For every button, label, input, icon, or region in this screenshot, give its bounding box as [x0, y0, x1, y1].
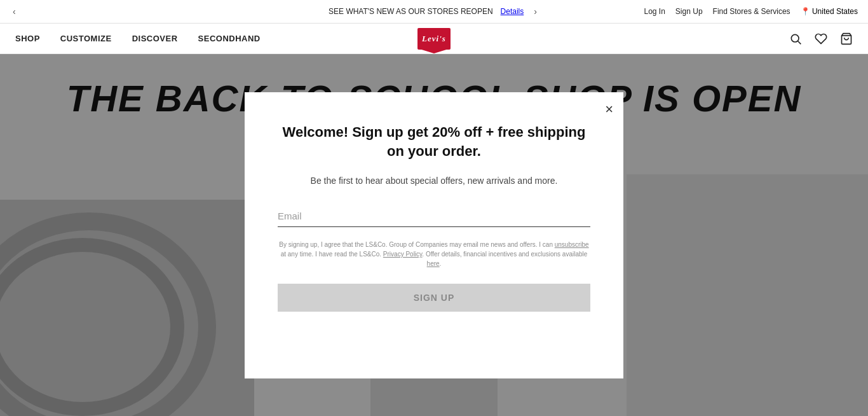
location-icon: 📍 — [801, 7, 810, 16]
country-label: United States — [812, 7, 858, 16]
signup-link[interactable]: Sign Up — [675, 7, 703, 16]
cart-button[interactable] — [840, 32, 853, 45]
modal-legal-text: By signing up, I agree that the LS&Co. G… — [278, 240, 590, 268]
legal-text-4: . — [440, 260, 442, 267]
nav-shop[interactable]: SHOP — [15, 34, 40, 43]
login-link[interactable]: Log In — [644, 7, 665, 16]
nav-discover[interactable]: DISCOVER — [132, 34, 178, 43]
search-icon — [789, 32, 802, 45]
main-nav: SHOP CUSTOMIZE DISCOVER SECONDHAND Levi'… — [0, 24, 868, 54]
next-announcement-button[interactable]: › — [531, 6, 539, 17]
announcement-bar: ‹ SEE WHAT'S NEW AS OUR STORES REOPEN De… — [0, 0, 868, 24]
modal-subtitle: Be the first to hear about special offer… — [311, 174, 558, 188]
heart-icon — [815, 32, 827, 45]
svg-point-0 — [791, 34, 799, 42]
prev-announcement-button[interactable]: ‹ — [10, 6, 18, 17]
announcement-text: SEE WHAT'S NEW AS OUR STORES REOPEN — [329, 7, 493, 16]
legal-text-1: By signing up, I agree that the LS&Co. G… — [279, 241, 554, 248]
nav-customize[interactable]: CUSTOMIZE — [60, 34, 112, 43]
cart-icon — [840, 32, 853, 45]
logo-text: Levi's — [422, 34, 446, 44]
legal-text-2: at any time. I have read the LS&Co. — [281, 251, 383, 258]
legal-text-3: . Offer details, financial incentives an… — [422, 251, 587, 258]
announcement-right-links: Log In Sign Up Find Stores & Services 📍 … — [644, 7, 868, 16]
modal-overlay: × Welcome! Sign up get 20% off + free sh… — [0, 54, 868, 416]
modal-title: Welcome! Sign up get 20% off + free ship… — [278, 123, 590, 162]
email-signup-modal: × Welcome! Sign up get 20% off + free sh… — [245, 92, 623, 378]
hero-section: THE BACK-TO-SCHOOL SHOP IS OPEN × Welcom… — [0, 54, 868, 416]
privacy-policy-link[interactable]: Privacy Policy — [383, 251, 423, 258]
details-link[interactable]: Details — [501, 7, 524, 16]
svg-line-1 — [798, 41, 801, 44]
nav-logo[interactable]: Levi's — [417, 28, 451, 50]
here-link[interactable]: here — [427, 260, 440, 267]
find-stores-link[interactable]: Find Stores & Services — [713, 7, 790, 16]
unsubscribe-link[interactable]: unsubscribe — [555, 241, 589, 248]
wishlist-button[interactable] — [815, 32, 827, 45]
modal-signup-button[interactable]: Sign Up — [278, 284, 590, 312]
nav-right — [789, 32, 853, 45]
search-button[interactable] — [789, 32, 802, 45]
country-selector[interactable]: 📍 United States — [801, 7, 858, 16]
email-input[interactable] — [278, 205, 590, 227]
modal-close-button[interactable]: × — [605, 102, 613, 116]
nav-secondhand[interactable]: SECONDHAND — [198, 34, 261, 43]
nav-left: SHOP CUSTOMIZE DISCOVER SECONDHAND — [15, 34, 261, 43]
